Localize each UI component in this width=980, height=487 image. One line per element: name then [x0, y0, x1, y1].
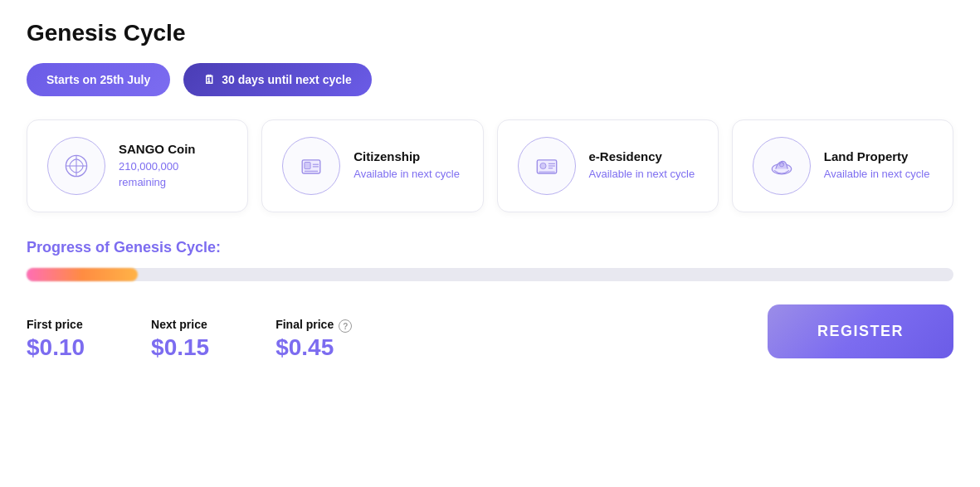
svg-rect-13 — [539, 171, 555, 173]
land-property-info: Land Property Available in next cycle — [824, 149, 930, 182]
sango-coin-info: SANGO Coin 210,000,000 remaining — [119, 142, 227, 189]
svg-point-15 — [779, 163, 783, 167]
progress-label-colon: : — [216, 239, 221, 256]
final-price-block: Final price ? $0.45 — [275, 318, 352, 361]
register-btn-container: REGISTER — [768, 304, 953, 358]
page-title: Genesis Cycle — [27, 20, 953, 46]
sango-coin-card: SANGO Coin 210,000,000 remaining — [27, 119, 248, 212]
next-price-label: Next price — [151, 318, 209, 331]
progress-label-text: Progress of — [27, 239, 114, 256]
sango-coin-title: SANGO Coin — [119, 142, 227, 156]
eresidency-icon — [532, 151, 562, 181]
next-price-value: $0.15 — [151, 334, 209, 361]
sango-coin-sub: 210,000,000 remaining — [119, 159, 227, 189]
svg-rect-4 — [305, 163, 310, 169]
header-buttons: Starts on 25th July 🗓 30 days until next… — [27, 63, 953, 96]
sango-coin-icon — [61, 151, 91, 181]
register-button[interactable]: REGISTER — [768, 304, 953, 358]
progress-label-highlight: Genesis Cycle — [114, 239, 216, 256]
citizenship-sub: Available in next cycle — [353, 167, 460, 182]
days-label: 30 days until next cycle — [222, 73, 351, 86]
eresidency-info: e-Residency Available in next cycle — [589, 149, 695, 182]
land-property-sub: Available in next cycle — [824, 167, 930, 182]
first-price-block: First price $0.10 — [27, 318, 85, 361]
eresidency-icon-circle — [518, 137, 576, 195]
land-property-icon-circle — [753, 137, 811, 195]
final-price-value: $0.45 — [275, 334, 352, 361]
sango-coin-icon-circle — [47, 137, 105, 195]
prices-and-register: First price $0.10 Next price $0.15 Final… — [27, 301, 953, 361]
citizenship-info: Citizenship Available in next cycle — [353, 149, 460, 182]
first-price-label: First price — [27, 318, 85, 331]
days-button[interactable]: 🗓 30 days until next cycle — [183, 63, 371, 96]
calendar-icon: 🗓 — [203, 73, 215, 86]
land-property-icon — [767, 151, 797, 181]
starts-button[interactable]: Starts on 25th July — [27, 63, 170, 96]
progress-section: Progress of Genesis Cycle: — [27, 239, 953, 281]
citizenship-icon — [296, 151, 326, 181]
land-property-card: Land Property Available in next cycle — [732, 119, 953, 212]
citizenship-icon-circle — [282, 137, 340, 195]
eresidency-title: e-Residency — [589, 149, 695, 163]
eresidency-card: e-Residency Available in next cycle — [497, 119, 719, 212]
first-price-value: $0.10 — [27, 334, 85, 361]
next-price-block: Next price $0.15 — [151, 318, 209, 361]
svg-point-9 — [539, 163, 545, 168]
final-price-label: Final price — [275, 318, 334, 331]
citizenship-card: Citizenship Available in next cycle — [261, 119, 483, 212]
cards-row: SANGO Coin 210,000,000 remaining Citizen… — [27, 119, 953, 212]
eresidency-sub: Available in next cycle — [589, 167, 695, 182]
progress-label: Progress of Genesis Cycle: — [27, 239, 953, 256]
progress-bar-container — [27, 268, 953, 281]
prices-row: First price $0.10 Next price $0.15 Final… — [27, 318, 352, 361]
land-property-title: Land Property — [824, 149, 930, 163]
final-price-info-icon[interactable]: ? — [339, 319, 352, 333]
citizenship-title: Citizenship — [353, 149, 460, 163]
final-price-label-row: Final price ? — [275, 318, 352, 334]
progress-bar-fill — [27, 268, 138, 281]
